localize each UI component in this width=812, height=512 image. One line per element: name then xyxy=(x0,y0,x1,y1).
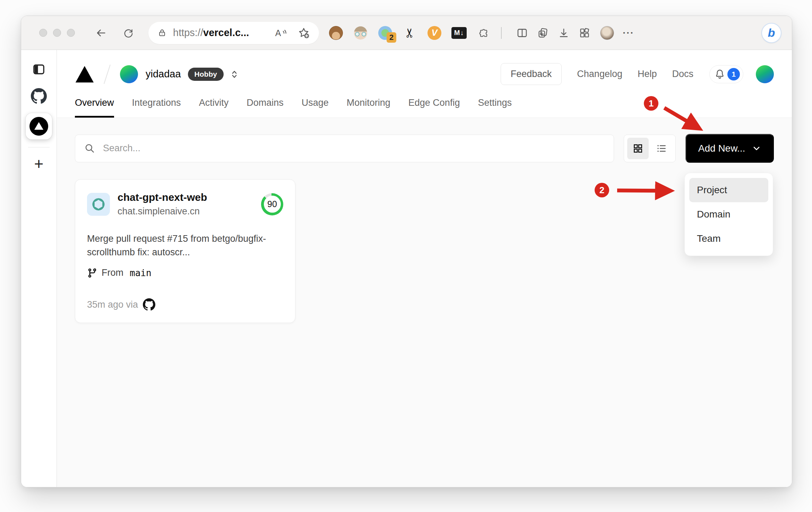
downloads-button[interactable] xyxy=(558,27,570,39)
list-view-icon xyxy=(656,143,667,154)
search-input[interactable]: Search... xyxy=(75,135,614,162)
grid-view-icon xyxy=(632,143,643,154)
collections-apps-icon[interactable] xyxy=(579,27,590,39)
extension-markdown-icon[interactable]: M↓ xyxy=(451,25,467,41)
sidebar-divider xyxy=(28,147,50,147)
tab-settings[interactable]: Settings xyxy=(478,97,512,118)
url-text: https://vercel.c... xyxy=(173,27,249,39)
list-view-button[interactable] xyxy=(651,138,672,159)
extension-proxy-icon[interactable]: 2 xyxy=(378,25,393,41)
toolbar-divider xyxy=(501,27,502,39)
chevron-updown-icon xyxy=(230,70,239,79)
user-avatar[interactable] xyxy=(756,65,774,83)
vercel-logo[interactable] xyxy=(75,66,94,83)
lock-icon xyxy=(157,28,167,37)
tab-activity[interactable]: Activity xyxy=(199,97,229,118)
back-arrow-icon xyxy=(95,27,107,39)
deploy-time: 35m ago via xyxy=(87,299,138,310)
close-window-button[interactable] xyxy=(39,29,47,37)
favorites-add-icon[interactable] xyxy=(297,27,310,39)
immersive-reader-icon[interactable]: A xyxy=(275,28,287,38)
dropdown-item-team[interactable]: Team xyxy=(689,227,768,251)
address-bar[interactable]: https://vercel.c... A xyxy=(148,22,319,44)
new-tab-button[interactable]: + xyxy=(34,156,44,172)
search-placeholder: Search... xyxy=(103,143,140,154)
sidebar-toggle-icon[interactable] xyxy=(32,62,46,76)
project-card[interactable]: chat-gpt-next-web chat.simplenaive.cn 90… xyxy=(75,179,295,323)
project-domain[interactable]: chat.simplenaive.cn xyxy=(118,206,207,217)
tab-usage[interactable]: Usage xyxy=(302,97,329,118)
branch-prefix: From xyxy=(102,267,123,278)
projects-content: Search... Add New... xyxy=(57,118,792,487)
team-switcher-button[interactable] xyxy=(230,70,239,79)
search-icon xyxy=(84,143,95,154)
extension-vimium-icon[interactable]: V xyxy=(427,25,442,41)
browser-sidebar: + xyxy=(21,50,57,487)
sidebar-tab-vercel-active[interactable] xyxy=(26,113,52,139)
plan-badge: Hobby xyxy=(188,68,224,81)
branch-name: main xyxy=(130,268,152,278)
bell-icon xyxy=(714,69,725,80)
project-openai-icon xyxy=(87,193,110,216)
help-link[interactable]: Help xyxy=(638,69,657,79)
add-new-button[interactable]: Add New... xyxy=(685,134,774,163)
docs-link[interactable]: Docs xyxy=(672,69,693,79)
proxy-badge: 2 xyxy=(387,32,396,43)
team-avatar xyxy=(120,65,138,83)
chevron-down-icon xyxy=(752,144,761,153)
reload-icon xyxy=(123,27,134,39)
breadcrumb-slash xyxy=(104,65,111,84)
dropdown-item-domain[interactable]: Domain xyxy=(689,202,768,227)
vercel-tab-icon xyxy=(29,117,48,136)
back-button[interactable] xyxy=(95,27,107,39)
team-name: yidadaa xyxy=(146,68,181,80)
sidebar-tab-github-icon[interactable] xyxy=(31,88,47,104)
browser-profile-avatar[interactable] xyxy=(600,26,614,40)
add-tab-to-collection-button[interactable] xyxy=(537,27,549,39)
latest-commit-message: Merge pull request #715 from betgo/bugfi… xyxy=(87,232,283,259)
add-new-dropdown: Project Domain Team xyxy=(684,173,773,256)
zoom-window-button[interactable] xyxy=(67,29,75,37)
settings-more-button[interactable]: ••• xyxy=(623,29,634,36)
window-controls xyxy=(39,29,75,37)
view-toggle xyxy=(624,135,676,162)
grid-view-button[interactable] xyxy=(627,138,649,159)
notification-count-badge: 1 xyxy=(727,68,740,80)
lighthouse-score: 90 xyxy=(264,196,281,213)
dropdown-item-project[interactable]: Project xyxy=(689,178,768,202)
extensions-puzzle-icon[interactable] xyxy=(476,25,491,41)
feedback-button[interactable]: Feedback xyxy=(501,63,562,85)
vercel-header: yidadaa Hobby Feedback Changelog Help Do… xyxy=(57,50,792,118)
tab-domains[interactable]: Domains xyxy=(247,97,284,118)
tab-overview[interactable]: Overview xyxy=(75,97,114,118)
lighthouse-score-ring[interactable]: 90 xyxy=(261,193,283,215)
browser-toolbar: https://vercel.c... A 2 ✂ V M↓ xyxy=(21,16,792,50)
project-name: chat-gpt-next-web xyxy=(118,191,207,203)
extension-avatar-icon[interactable] xyxy=(353,25,368,41)
svg-text:A: A xyxy=(275,28,281,37)
split-screen-button[interactable] xyxy=(516,27,528,39)
dashboard-tabs: Overview Integrations Activity Domains U… xyxy=(75,97,774,118)
browser-window: https://vercel.c... A 2 ✂ V M↓ xyxy=(21,16,792,487)
bing-chat-button[interactable]: b xyxy=(761,23,781,43)
tab-edge-config[interactable]: Edge Config xyxy=(408,97,460,118)
notifications-button[interactable]: 1 xyxy=(709,65,743,83)
reload-button[interactable] xyxy=(123,27,134,39)
tab-integrations[interactable]: Integrations xyxy=(132,97,181,118)
extension-tampermonkey-icon[interactable] xyxy=(328,25,344,41)
github-icon xyxy=(143,298,155,311)
changelog-link[interactable]: Changelog xyxy=(577,69,622,79)
extension-scissors-icon[interactable]: ✂ xyxy=(402,25,417,41)
minimize-window-button[interactable] xyxy=(53,29,61,37)
tab-monitoring[interactable]: Monitoring xyxy=(347,97,390,118)
git-branch-icon xyxy=(87,268,97,278)
